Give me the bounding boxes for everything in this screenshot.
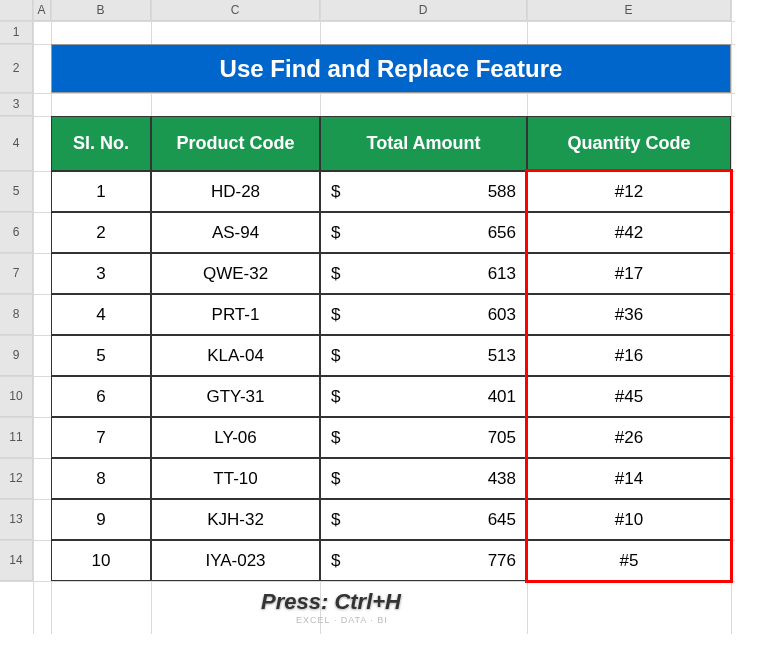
row-header[interactable]: 13 — [0, 499, 33, 540]
cell-code[interactable]: IYA-023 — [151, 540, 320, 581]
cell-code[interactable]: QWE-32 — [151, 253, 320, 294]
col-header[interactable]: B — [51, 0, 151, 21]
cell-sl[interactable]: 2 — [51, 212, 151, 253]
cell-qty[interactable]: #42 — [527, 212, 731, 253]
row-header[interactable]: 9 — [0, 335, 33, 376]
row-header[interactable]: 3 — [0, 93, 33, 116]
press-text: Press: Ctrl+H — [261, 589, 401, 614]
cell-code[interactable]: PRT-1 — [151, 294, 320, 335]
cell-amount[interactable]: $656 — [320, 212, 527, 253]
row-header[interactable]: 6 — [0, 212, 33, 253]
cell-code[interactable]: AS-94 — [151, 212, 320, 253]
col-header[interactable]: E — [527, 0, 731, 21]
cell-amount[interactable]: $776 — [320, 540, 527, 581]
cell-code[interactable]: KJH-32 — [151, 499, 320, 540]
row-header[interactable]: 14 — [0, 540, 33, 581]
col-header[interactable]: A — [33, 0, 51, 21]
cell-sl[interactable]: 9 — [51, 499, 151, 540]
cell-qty[interactable]: #10 — [527, 499, 731, 540]
table-header[interactable]: Quantity Code — [527, 116, 731, 171]
row-header[interactable]: 12 — [0, 458, 33, 499]
table-header[interactable]: Product Code — [151, 116, 320, 171]
cell-sl[interactable]: 3 — [51, 253, 151, 294]
cell-sl[interactable]: 7 — [51, 417, 151, 458]
cell-amount[interactable]: $438 — [320, 458, 527, 499]
cell-qty[interactable]: #16 — [527, 335, 731, 376]
row-header[interactable]: 10 — [0, 376, 33, 417]
cell-qty[interactable]: #12 — [527, 171, 731, 212]
cell-sl[interactable]: 10 — [51, 540, 151, 581]
row-header[interactable]: 2 — [0, 44, 33, 93]
cell-qty[interactable]: #26 — [527, 417, 731, 458]
watermark-text: EXCEL · DATA · BI — [296, 615, 388, 625]
cell-sl[interactable]: 8 — [51, 458, 151, 499]
cell-qty[interactable]: #14 — [527, 458, 731, 499]
cell-amount[interactable]: $645 — [320, 499, 527, 540]
watermark: EXCEL · DATA · BI — [296, 615, 388, 625]
cell-amount[interactable]: $603 — [320, 294, 527, 335]
corner-header — [0, 0, 33, 21]
cell-code[interactable]: GTY-31 — [151, 376, 320, 417]
cell-amount[interactable]: $401 — [320, 376, 527, 417]
cell-sl[interactable]: 5 — [51, 335, 151, 376]
cell-amount[interactable]: $588 — [320, 171, 527, 212]
cell-amount[interactable]: $705 — [320, 417, 527, 458]
cell-sl[interactable]: 6 — [51, 376, 151, 417]
table-header[interactable]: Total Amount — [320, 116, 527, 171]
cell-qty[interactable]: #17 — [527, 253, 731, 294]
cell-code[interactable]: LY-06 — [151, 417, 320, 458]
col-header[interactable]: C — [151, 0, 320, 21]
row-header[interactable]: 8 — [0, 294, 33, 335]
cell-code[interactable]: TT-10 — [151, 458, 320, 499]
table-header[interactable]: Sl. No. — [51, 116, 151, 171]
page-title: Use Find and Replace Feature — [51, 44, 731, 93]
cell-code[interactable]: HD-28 — [151, 171, 320, 212]
cell-sl[interactable]: 1 — [51, 171, 151, 212]
row-header[interactable]: 7 — [0, 253, 33, 294]
cell-code[interactable]: KLA-04 — [151, 335, 320, 376]
cell-qty[interactable]: #36 — [527, 294, 731, 335]
row-header[interactable]: 4 — [0, 116, 33, 171]
cell-qty[interactable]: #5 — [527, 540, 731, 581]
title-text: Use Find and Replace Feature — [220, 55, 563, 83]
col-header[interactable]: D — [320, 0, 527, 21]
row-header[interactable]: 11 — [0, 417, 33, 458]
cell-amount[interactable]: $613 — [320, 253, 527, 294]
cell-sl[interactable]: 4 — [51, 294, 151, 335]
press-label: Press: Ctrl+H — [261, 589, 401, 615]
row-header[interactable]: 5 — [0, 171, 33, 212]
cell-qty[interactable]: #45 — [527, 376, 731, 417]
cell-amount[interactable]: $513 — [320, 335, 527, 376]
row-header[interactable]: 1 — [0, 21, 33, 44]
